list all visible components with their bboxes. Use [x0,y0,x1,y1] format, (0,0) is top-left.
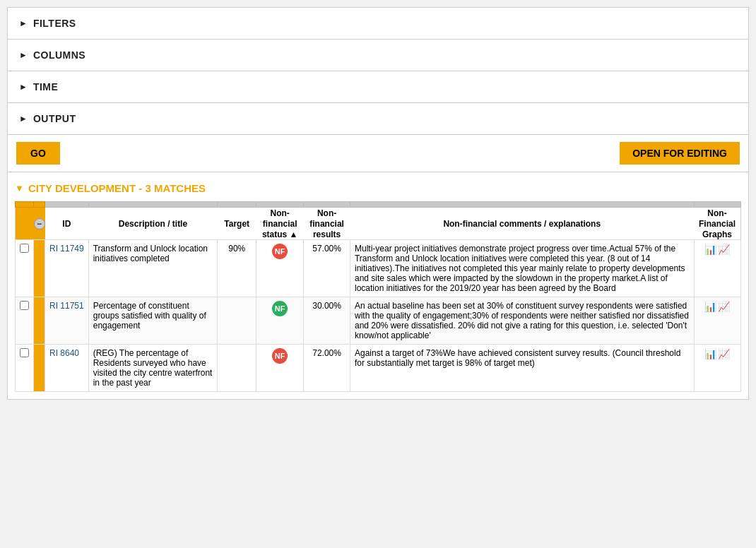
row-target [218,345,256,392]
row-orange-indicator [34,345,45,392]
bar-chart-icon[interactable]: 📊 [704,348,716,359]
table-row: RI 11749Transform and Unlock location in… [16,240,741,297]
status-badge: NF [272,301,288,316]
header-resize-row [16,202,741,208]
line-chart-icon[interactable]: 📈 [718,301,730,312]
time-section: ► TIME [8,71,748,103]
row-checkbox[interactable] [20,348,29,357]
line-chart-icon[interactable]: 📈 [718,244,730,255]
columns-section: ► COLUMNS [8,40,748,71]
table-row: RI 8640(REG) The percentage of Residents… [16,345,741,392]
row-id: RI 11751 [45,297,89,345]
resize-comments[interactable] [350,202,694,208]
open-for-editing-button[interactable]: OPEN FOR EDITING [620,142,740,165]
th-comments-label: Non-financial comments / explanations [443,219,601,229]
output-label: OUTPUT [33,113,76,124]
row-comments: Multi-year project initiatives demonstra… [350,240,694,297]
row-target [218,297,256,345]
line-chart-icon[interactable]: 📈 [718,348,730,359]
time-arrow: ► [19,82,28,92]
resize-checkbox [16,202,34,208]
columns-label: COLUMNS [33,49,85,61]
row-graphs[interactable]: 📊📈 [694,345,741,392]
results-section: ▼ CITY DEVELOPMENT - 3 MATCHES [8,172,748,399]
buttons-row: GO OPEN FOR EDITING [8,135,748,172]
status-badge: NF [272,348,288,364]
filters-label: FILTERS [33,18,76,29]
status-badge: NF [272,244,288,259]
row-comments: Against a target of 73%We have achieved … [350,345,694,392]
th-comments[interactable]: Non-financial comments / explanations [350,208,694,240]
row-target: 90% [218,240,256,297]
time-label: TIME [33,81,58,93]
results-table: − ID Description / title Target Non-fina… [15,201,741,392]
th-id-label: ID [62,219,71,229]
th-nf-results-label: Non-financial results [309,208,344,239]
row-graphs[interactable]: 📊📈 [694,297,741,345]
row-nf-results: 57.00% [304,240,350,297]
row-nf-status: NF [256,345,304,392]
row-nf-results: 30.00% [304,297,350,345]
resize-nf-results[interactable] [304,202,350,208]
row-orange-indicator [34,240,45,297]
table-body: RI 11749Transform and Unlock location in… [16,240,741,392]
row-checkbox-cell [16,240,34,297]
results-collapse-arrow[interactable]: ▼ [15,183,24,193]
row-checkbox-cell [16,297,34,345]
th-nf-results[interactable]: Non-financial results [304,208,350,240]
filters-header[interactable]: ► FILTERS [8,8,748,39]
minus-button[interactable]: − [34,218,45,230]
resize-nf-status[interactable] [256,202,304,208]
resize-target[interactable] [218,202,256,208]
th-nf-status[interactable]: Non-financial status ▲ [256,208,304,240]
resize-id[interactable] [45,202,89,208]
th-target-label: Target [224,219,249,229]
output-arrow: ► [19,114,28,124]
bar-chart-icon[interactable]: 📊 [704,301,716,312]
row-id: RI 11749 [45,240,89,297]
row-nf-status: NF [256,240,304,297]
row-checkbox[interactable] [20,244,29,253]
th-id[interactable]: ID [45,208,89,240]
th-graphs-label: Non-Financial Graphs [699,208,736,239]
th-target[interactable]: Target [218,208,256,240]
row-description: Transform and Unlock location initiative… [88,240,218,297]
columns-arrow: ► [19,50,28,60]
columns-header[interactable]: ► COLUMNS [8,40,748,71]
results-title-text: CITY DEVELOPMENT - 3 MATCHES [28,182,206,194]
row-checkbox[interactable] [20,301,29,310]
go-button[interactable]: GO [16,142,60,165]
th-minus: − [34,208,45,240]
output-header[interactable]: ► OUTPUT [8,103,748,134]
results-title: ▼ CITY DEVELOPMENT - 3 MATCHES [15,182,741,194]
time-header[interactable]: ► TIME [8,71,748,102]
resize-minus [34,202,45,208]
th-description[interactable]: Description / title [88,208,218,240]
row-checkbox-cell [16,345,34,392]
th-description-label: Description / title [119,219,187,229]
main-container: ► FILTERS ► COLUMNS ► TIME ► OUTPUT GO O… [7,7,749,400]
row-description: (REG) The percentage of Residents survey… [88,345,218,392]
output-section: ► OUTPUT [8,103,748,135]
filters-section: ► FILTERS [8,8,748,40]
resize-description[interactable] [88,202,218,208]
row-id: RI 8640 [45,345,89,392]
row-description: Percentage of constituent groups satisfi… [88,297,218,345]
table-row: RI 11751Percentage of constituent groups… [16,297,741,345]
th-graphs[interactable]: Non-Financial Graphs [694,208,741,240]
header-labels-row: − ID Description / title Target Non-fina… [16,208,741,240]
th-nf-status-label: Non-financial status ▲ [262,208,298,239]
filters-arrow: ► [19,18,28,28]
th-checkbox [16,208,34,240]
row-nf-results: 72.00% [304,345,350,392]
row-nf-status: NF [256,297,304,345]
row-orange-indicator [34,297,45,345]
resize-graphs[interactable] [694,202,741,208]
bar-chart-icon[interactable]: 📊 [704,244,716,255]
row-graphs[interactable]: 📊📈 [694,240,741,297]
row-comments: An actual baseline has been set at 30% o… [350,297,694,345]
